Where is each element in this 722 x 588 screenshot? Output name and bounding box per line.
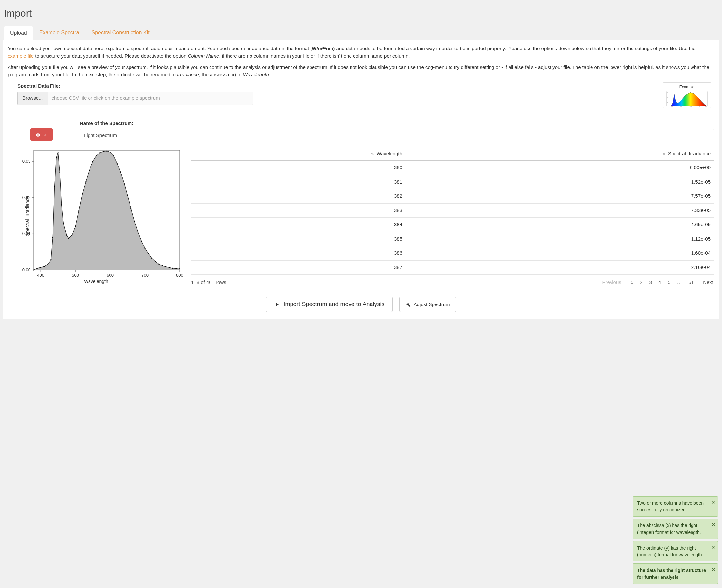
svg-point-45 xyxy=(78,209,79,210)
table-cell: 4.65e-05 xyxy=(406,218,715,232)
wrench-icon xyxy=(406,301,411,307)
svg-point-32 xyxy=(50,258,51,259)
intro-bold: (W/m²*nm) xyxy=(310,46,335,51)
svg-point-65 xyxy=(148,253,149,254)
import-button[interactable]: Import Spectrum and move to Analysis xyxy=(266,297,392,312)
pager-page[interactable]: 3 xyxy=(647,279,653,286)
col-header-spectral-irradiance[interactable]: ⇅ Spectral_Irradiance xyxy=(406,147,715,160)
svg-text:500: 500 xyxy=(680,106,682,107)
svg-text:10: 10 xyxy=(666,102,668,103)
svg-point-68 xyxy=(158,263,159,264)
spectrum-chart: Spectral_Irradiance 0.000.010.020.034005… xyxy=(7,147,185,285)
tab-upload[interactable]: Upload xyxy=(4,25,33,40)
svg-point-33 xyxy=(53,237,54,238)
svg-text:600: 600 xyxy=(689,106,692,107)
intro-paragraph-2: After uploading your file you will see a… xyxy=(7,64,715,78)
svg-point-69 xyxy=(162,265,163,266)
svg-point-56 xyxy=(117,163,118,164)
example-thumbnail-caption: Example xyxy=(665,84,709,90)
intro-text: . xyxy=(269,72,270,77)
svg-point-70 xyxy=(165,266,166,267)
svg-point-58 xyxy=(124,182,125,183)
adjust-button[interactable]: Adjust Spectrum xyxy=(399,297,456,312)
table-cell: 387 xyxy=(191,260,406,275)
intro-text: After uploading your file you will see a… xyxy=(7,64,709,77)
svg-point-34 xyxy=(54,186,55,187)
svg-point-54 xyxy=(109,151,110,152)
svg-point-29 xyxy=(40,267,41,268)
intro-text: to structure your data yourself if neede… xyxy=(34,53,188,59)
table-row-info: 1–8 of 401 rows xyxy=(191,279,226,286)
svg-point-27 xyxy=(33,269,34,270)
spectrum-name-label: Name of the Spectrum: xyxy=(80,120,715,127)
svg-point-37 xyxy=(59,171,60,172)
table-pager: Previous 12345…51 Next xyxy=(601,278,715,287)
file-input-label: Spectral Data File: xyxy=(17,82,653,90)
svg-point-39 xyxy=(63,222,64,223)
svg-point-40 xyxy=(65,229,66,230)
svg-point-38 xyxy=(61,204,62,205)
pager-page[interactable]: 5 xyxy=(666,279,672,286)
col-header-wavelength[interactable]: ⇅ Wavelength xyxy=(191,147,406,160)
table-cell: 2.16e-04 xyxy=(406,260,715,275)
svg-point-61 xyxy=(134,220,135,222)
table-row: 3872.16e-04 xyxy=(191,260,715,275)
svg-text:0.03: 0.03 xyxy=(22,159,30,164)
pager-page[interactable]: 4 xyxy=(657,279,662,286)
table-row: 3851.12e-05 xyxy=(191,232,715,246)
svg-point-74 xyxy=(179,269,180,269)
file-input[interactable]: Browse... choose CSV file or click on th… xyxy=(17,92,253,105)
tab-example-spectra[interactable]: Example Spectra xyxy=(33,25,86,40)
example-file-link[interactable]: example file xyxy=(7,53,34,59)
page-title: Import xyxy=(4,6,718,21)
table-cell: 383 xyxy=(191,203,406,218)
svg-text:600: 600 xyxy=(107,273,114,278)
tab-spectral-construction-kit[interactable]: Spectral Construction Kit xyxy=(86,25,156,40)
pager-next[interactable]: Next xyxy=(702,278,715,287)
table-row: 3827.57e-05 xyxy=(191,189,715,204)
table-row: 3800.00e+00 xyxy=(191,160,715,175)
table-cell: 1.52e-05 xyxy=(406,175,715,189)
adjust-button-label: Adjust Spectrum xyxy=(414,301,450,307)
intro-paragraph-1: You can upload your own spectral data he… xyxy=(7,45,715,60)
pager-page[interactable]: 2 xyxy=(638,279,644,286)
intro-text: , the abscissa (x) to xyxy=(199,72,243,77)
pager-page[interactable]: 51 xyxy=(687,279,695,286)
table-cell: 1.12e-05 xyxy=(406,232,715,246)
data-table: ⇅ Wavelength ⇅ Spectral_Irradiance 3800.… xyxy=(191,147,715,275)
svg-text:30: 30 xyxy=(666,92,668,93)
intro-em: Column Name xyxy=(188,53,219,59)
upload-panel: You can upload your own spectral data he… xyxy=(3,40,719,319)
svg-point-67 xyxy=(155,260,156,261)
svg-point-57 xyxy=(120,171,121,172)
cog-menu-button[interactable] xyxy=(30,128,53,140)
svg-point-59 xyxy=(127,195,128,196)
svg-point-72 xyxy=(172,268,173,269)
import-button-label: Import Spectrum and move to Analysis xyxy=(283,301,384,308)
browse-button[interactable]: Browse... xyxy=(18,92,48,105)
sort-icon: ⇅ xyxy=(663,152,665,156)
svg-point-35 xyxy=(56,157,57,158)
svg-point-42 xyxy=(68,238,69,238)
svg-text:0.01: 0.01 xyxy=(22,231,30,236)
chart-xlabel: Wavelength xyxy=(7,278,185,285)
spectrum-name-input[interactable] xyxy=(80,129,715,141)
intro-text: You can upload your own spectral data he… xyxy=(7,46,310,51)
svg-point-46 xyxy=(82,193,83,194)
gear-icon xyxy=(36,132,40,137)
pager-page[interactable]: 1 xyxy=(629,279,635,286)
svg-text:400: 400 xyxy=(37,273,44,278)
svg-point-47 xyxy=(85,181,86,182)
svg-point-50 xyxy=(96,155,97,156)
sort-icon: ⇅ xyxy=(371,152,374,156)
pager-previous[interactable]: Previous xyxy=(601,278,622,287)
svg-point-41 xyxy=(66,235,67,236)
example-thumbnail[interactable]: Example 30 20 10 400 500 600 700 780 xyxy=(663,82,711,108)
svg-point-31 xyxy=(47,264,48,265)
table-cell: 380 xyxy=(191,160,406,175)
table-row: 3861.60e-04 xyxy=(191,246,715,260)
table-cell: 381 xyxy=(191,175,406,189)
table-cell: 0.00e+00 xyxy=(406,160,715,175)
table-cell: 7.57e-05 xyxy=(406,189,715,204)
table-row: 3837.33e-05 xyxy=(191,203,715,218)
